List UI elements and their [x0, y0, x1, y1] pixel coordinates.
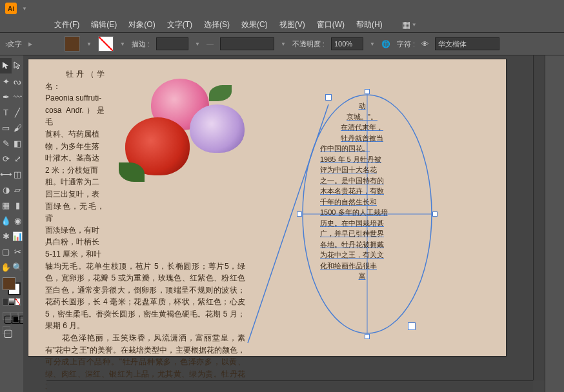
threaded-text-content: 动 京城。"。 在清代末年， 牡丹就曾被当 作中国的国花。 1985 年 5 月… — [320, 101, 404, 282]
perspective-tool[interactable]: ▱ — [12, 182, 23, 197]
menu-view[interactable]: 视图(V) — [274, 18, 310, 32]
slice-tool[interactable]: ✂ — [12, 244, 23, 259]
menu-bar: 文件(F) 编辑(E) 对象(O) 文字(T) 选择(S) 效果(C) 视图(V… — [0, 17, 564, 32]
toolbox: ✦ᔓ ✒〰 T╱ ▭🖌 ✎◧ ⟳⤢ ⟷◫ ◑▱ ▦▮ 💧◉ ✱📊 ▢✂ ✋🔍 ▢… — [0, 55, 23, 392]
stroke-weight-dropdown-icon[interactable]: ▼ — [195, 41, 200, 47]
rotate-tool[interactable]: ⟳ — [0, 151, 12, 166]
panel-dock[interactable] — [545, 55, 564, 392]
eyedropper-tool[interactable]: 💧 — [0, 213, 12, 228]
paintbrush-tool[interactable]: 🖌 — [12, 120, 23, 135]
layout-grid-icon[interactable]: ▦ — [402, 19, 410, 30]
horizontal-scrollbar[interactable] — [46, 380, 533, 392]
draw-normal-icon[interactable]: ▢ — [3, 312, 10, 320]
screen-mode-icon[interactable]: ▢ — [3, 326, 10, 334]
stroke-label: 描边 : — [132, 39, 150, 49]
brush-style-field[interactable] — [220, 37, 274, 50]
chevron-down-icon[interactable]: ▼ — [22, 6, 27, 12]
stroke-swatch[interactable] — [98, 36, 114, 52]
direct-selection-tool[interactable] — [12, 58, 23, 74]
symbol-sprayer-tool[interactable]: ✱ — [0, 228, 12, 244]
scale-tool[interactable]: ⤢ — [12, 151, 23, 166]
opacity-dropdown-icon[interactable]: ▼ — [370, 41, 375, 47]
artboard-tool[interactable]: ▢ — [0, 244, 12, 259]
anchor-handle[interactable] — [365, 89, 370, 94]
font-prefix-icon: 👁 — [421, 40, 428, 48]
layout-dropdown-icon[interactable]: ▼ — [412, 22, 417, 28]
canvas-area[interactable]: 牡丹（学名： Paeonia suffruti-cosa Andr.）是毛 茛科… — [23, 55, 545, 392]
free-transform-tool[interactable]: ◫ — [12, 166, 23, 182]
stroke-weight-field[interactable] — [156, 37, 188, 50]
line-tool[interactable]: ╱ — [12, 104, 23, 120]
char-label: 字符 : — [397, 39, 415, 49]
out-port-handle[interactable] — [408, 322, 416, 330]
draw-behind-icon[interactable]: ▣ — [10, 312, 18, 320]
shaper-tool[interactable]: ✎ — [0, 135, 12, 151]
menu-effect[interactable]: 效果(C) — [236, 18, 273, 32]
shape-builder-tool[interactable]: ◑ — [0, 182, 12, 197]
expand-tabs-icon[interactable]: ≫ — [5, 41, 11, 48]
pen-tool[interactable]: ✒ — [0, 89, 12, 104]
lasso-tool[interactable]: ᔓ — [12, 74, 23, 89]
brush-dropdown-icon[interactable]: ▼ — [281, 41, 286, 47]
menu-type[interactable]: 文字(T) — [162, 18, 197, 32]
menu-window[interactable]: 窗口(W) — [312, 18, 350, 32]
zoom-tool[interactable]: 🔍 — [12, 259, 23, 275]
flower-image — [119, 79, 248, 188]
in-port-handle[interactable] — [325, 94, 332, 101]
selection-tool[interactable] — [0, 58, 12, 74]
type-tool[interactable]: T — [0, 104, 12, 120]
anchor-handle[interactable] — [365, 334, 370, 339]
curvature-tool[interactable]: 〰 — [12, 89, 23, 104]
text-frame-ellipse[interactable]: 动 京城。"。 在清代末年， 牡丹就曾被当 作中国的国花。 1985 年 5 月… — [299, 92, 435, 337]
blend-tool[interactable]: ◉ — [12, 213, 23, 228]
anchor-handle[interactable] — [297, 211, 302, 217]
color-mode-icon[interactable] — [3, 298, 8, 306]
vertical-scrollbar[interactable] — [533, 55, 545, 380]
menu-file[interactable]: 文件(F) — [49, 18, 85, 32]
menu-help[interactable]: 帮助(H) — [351, 18, 388, 32]
menu-select[interactable]: 选择(S) — [199, 18, 235, 32]
globe-icon[interactable]: 🌐 — [381, 40, 390, 48]
opacity-label: 不透明度 : — [292, 39, 325, 49]
none-mode-icon[interactable] — [15, 298, 21, 306]
menu-object[interactable]: 对象(O) — [123, 18, 160, 32]
fill-color-swatch[interactable] — [3, 277, 15, 290]
hand-tool[interactable]: ✋ — [0, 259, 12, 275]
magic-wand-tool[interactable]: ✦ — [0, 74, 12, 89]
artboard: 牡丹（学名： Paeonia suffruti-cosa Andr.）是毛 茛科… — [28, 59, 506, 356]
app-logo: Ai — [5, 3, 17, 14]
width-tool[interactable]: ⟷ — [0, 166, 12, 182]
gradient-mode-icon[interactable] — [8, 298, 14, 306]
opacity-field[interactable]: 100% — [331, 37, 363, 50]
rectangle-tool[interactable]: ▭ — [0, 120, 12, 135]
menu-edit[interactable]: 编辑(E) — [86, 18, 122, 32]
gradient-tool[interactable]: ▮ — [12, 197, 23, 213]
font-field[interactable]: 华文楷体 — [435, 37, 499, 50]
anchor-handle[interactable] — [432, 211, 438, 217]
options-bar: 文字 ▶ ▼ ▼ 描边 : ▼ — ▼ 不透明度 : 100% ▼ 🌐 字符 :… — [0, 32, 564, 55]
fill-stroke-swatches[interactable] — [3, 277, 21, 295]
graph-tool[interactable]: 📊 — [12, 228, 23, 244]
context-chevron-icon[interactable]: ▶ — [28, 41, 32, 47]
mesh-tool[interactable]: ▦ — [0, 197, 12, 213]
eraser-tool[interactable]: ◧ — [12, 135, 23, 151]
stroke-dropdown-icon[interactable]: ▼ — [120, 41, 125, 47]
fill-swatch[interactable] — [65, 36, 80, 52]
fill-dropdown-icon[interactable]: ▼ — [86, 41, 92, 47]
